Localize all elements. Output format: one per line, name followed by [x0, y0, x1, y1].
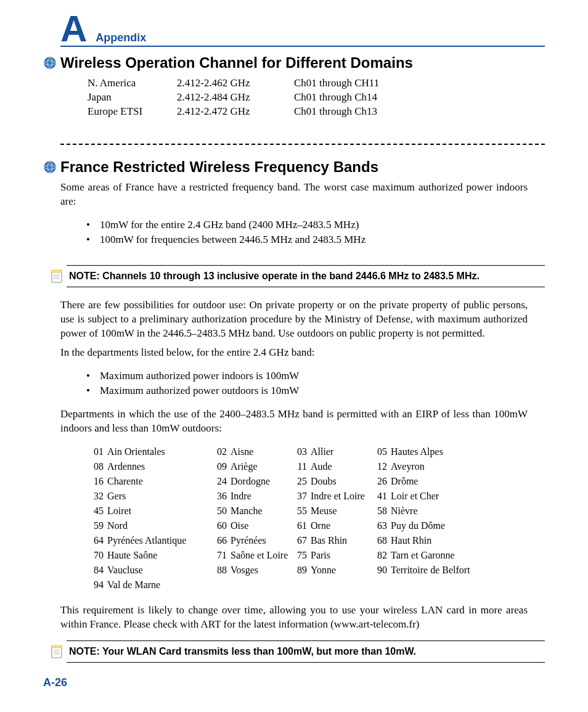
dept-number: 58: [371, 504, 391, 518]
dept-name: Paris: [311, 548, 330, 563]
dept-cell: 05Hautes Alpes: [371, 444, 494, 459]
dept-name: Gers: [107, 489, 126, 504]
outdoor-paragraph: There are few possibilities for outdoor …: [60, 298, 528, 341]
dept-cell: 90Territoire de Belfort: [371, 563, 494, 578]
dept-cell: [291, 578, 371, 592]
dept-name: Vosges: [231, 563, 258, 578]
dept-cell: 26Drôme: [371, 474, 494, 489]
dept-name: Loir et Cher: [391, 489, 439, 504]
dept-name: Allier: [311, 444, 333, 459]
dept-name: Indre et Loire: [311, 489, 365, 504]
table-row: 64Pyrénées Atlantique66Pyrénées67Bas Rhi…: [88, 533, 545, 548]
dept-number: 55: [291, 504, 311, 518]
dept-number: 12: [371, 459, 391, 474]
dept-name: Territoire de Belfort: [391, 563, 470, 578]
dept-name: Bas Rhin: [311, 533, 347, 548]
dept-cell: 70Haute Saône: [88, 548, 211, 563]
section-title: Wireless Operation Channel for Different…: [60, 54, 413, 72]
dept-number: 60: [211, 518, 231, 533]
dept-cell: 94Val de Marne: [88, 578, 211, 592]
dept-cell: 61Orne: [291, 518, 371, 533]
dept-cell: 16Charente: [88, 474, 211, 489]
svg-rect-12: [52, 645, 62, 648]
channel-cell: Ch01 through Ch13: [294, 105, 430, 119]
dept-number: 64: [88, 533, 107, 548]
intro-paragraph: Some areas of France have a restricted f…: [60, 181, 528, 209]
dept-cell: 03Allier: [291, 444, 371, 459]
list-item: Maximum authorized power outdoors is 10m…: [86, 383, 545, 399]
table-row: 16Charente24Dordogne25Doubs26Drôme: [88, 474, 545, 489]
dept-number: 03: [291, 444, 311, 459]
dept-name: Drôme: [391, 474, 418, 489]
departments-grid: 01Ain Orientales02Aisne03Allier05Hautes …: [88, 444, 545, 592]
note-block: NOTE: Your WLAN Card transmits less than…: [51, 640, 545, 663]
dept-cell: 89Yonne: [291, 563, 371, 578]
dept-name: Saône et Loire: [231, 548, 288, 563]
dept-number: 24: [211, 474, 231, 489]
dept-name: Ariège: [231, 459, 258, 474]
dept-number: 16: [88, 474, 107, 489]
table-row: N. America 2.412-2.462 GHz Ch01 through …: [88, 76, 545, 91]
dept-number: 26: [371, 474, 391, 489]
dept-name: Manche: [231, 504, 263, 518]
dept-cell: 01Ain Orientales: [88, 444, 211, 459]
dept-number: 41: [371, 489, 391, 504]
dept-name: Pyrénées: [231, 533, 266, 548]
dept-cell: [211, 578, 291, 592]
dept-cell: 24Dordogne: [211, 474, 291, 489]
appendix-header: A Appendix: [60, 12, 545, 47]
dept-cell: 75Paris: [291, 548, 371, 563]
dept-cell: 37Indre et Loire: [291, 489, 371, 504]
dept-cell: 84Vaucluse: [88, 563, 211, 578]
dept-number: 82: [371, 548, 391, 563]
dept-cell: 36Indre: [211, 489, 291, 504]
dept-number: 88: [211, 563, 231, 578]
dept-name: Charente: [107, 474, 143, 489]
table-row: 01Ain Orientales02Aisne03Allier05Hautes …: [88, 444, 545, 459]
dept-name: Vaucluse: [107, 563, 143, 578]
dept-cell: 08Ardennes: [88, 459, 211, 474]
dept-cell: 68Haut Rhin: [371, 533, 494, 548]
dept-cell: 88Vosges: [211, 563, 291, 578]
dept-name: Aude: [311, 459, 332, 474]
dept-cell: 50Manche: [211, 504, 291, 518]
freq-cell: 2.412-2.462 GHz: [177, 76, 294, 91]
dept-name: Puy du Dôme: [391, 518, 445, 533]
dept-cell: 58Nièvre: [371, 504, 494, 518]
departments-intro: In the departments listed below, for the…: [60, 346, 528, 360]
dept-number: 59: [88, 518, 107, 533]
freq-cell: 2.412-2.484 GHz: [177, 91, 294, 105]
dept-name: Ain Orientales: [107, 444, 165, 459]
dept-name: Doubs: [311, 474, 337, 489]
dept-number: 09: [211, 459, 231, 474]
dept-name: Nord: [107, 518, 128, 533]
dept-cell: 82Tarn et Garonne: [371, 548, 494, 563]
dept-cell: 45Loiret: [88, 504, 211, 518]
appendix-label: Appendix: [96, 31, 146, 44]
dept-number: 25: [291, 474, 311, 489]
page-number: A-26: [43, 676, 545, 689]
dept-name: Indre: [231, 489, 251, 504]
dept-name: Meuse: [311, 504, 337, 518]
dept-name: Ardennes: [107, 459, 145, 474]
svg-rect-7: [52, 270, 62, 272]
dept-cell: 25Doubs: [291, 474, 371, 489]
dept-cell: 59Nord: [88, 518, 211, 533]
globe-icon: [43, 160, 57, 174]
table-row: 94Val de Marne: [88, 578, 545, 592]
globe-icon: [43, 56, 57, 70]
dept-name: Haut Rhin: [391, 533, 431, 548]
dept-number: 68: [371, 533, 391, 548]
dept-number: 37: [291, 489, 311, 504]
section-divider: [60, 144, 545, 145]
dept-number: 63: [371, 518, 391, 533]
dept-name: Hautes Alpes: [391, 444, 443, 459]
dept-name: Pyrénées Atlantique: [107, 533, 186, 548]
dept-cell: 02Aisne: [211, 444, 291, 459]
dept-cell: 32Gers: [88, 489, 211, 504]
dept-cell: 67Bas Rhin: [291, 533, 371, 548]
dept-number: 45: [88, 504, 107, 518]
dept-number: 36: [211, 489, 231, 504]
table-row: 45Loiret50Manche55Meuse58Nièvre: [88, 504, 545, 518]
dept-name: Yonne: [311, 563, 336, 578]
